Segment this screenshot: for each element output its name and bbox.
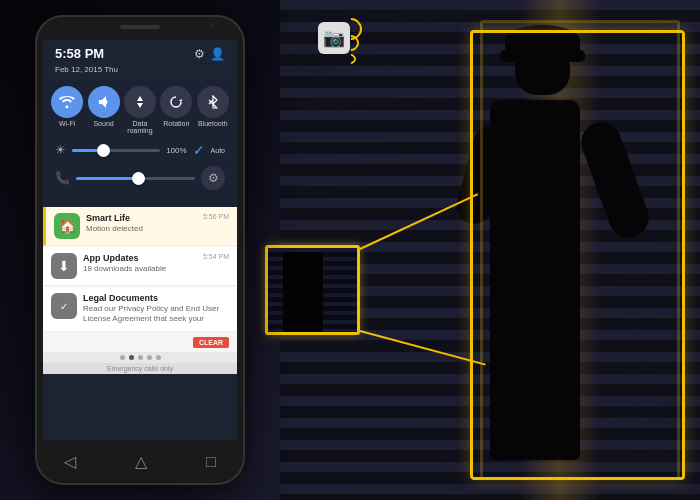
smart-life-title: Smart Life: [86, 213, 197, 223]
camera-icon-wrapper: 📷: [318, 22, 358, 62]
phone-screen: 5:58 PM ⚙ 👤 Feb 12, 2015 Thu Wi-Fi: [43, 40, 237, 440]
status-icons: ⚙ 👤: [194, 47, 225, 61]
legal-content: Legal Documents Read our Privacy Policy …: [83, 293, 229, 325]
rotation-icon: [160, 86, 192, 118]
emergency-text: Emergency calls only: [43, 363, 237, 374]
volume-slider[interactable]: [76, 177, 195, 180]
status-date: Feb 12, 2015 Thu: [43, 65, 237, 78]
dot-4: [147, 355, 152, 360]
notifications-footer: CLEAR: [43, 333, 237, 352]
auto-label: Auto: [211, 147, 225, 154]
dot-1: [120, 355, 125, 360]
bluetooth-label: Bluetooth: [198, 120, 228, 127]
phone-speaker: [120, 25, 160, 29]
volume-row: 📞 ⚙: [49, 164, 231, 192]
screen-dots: [43, 352, 237, 363]
brightness-row: ☀ 100% ✓ Auto: [49, 140, 231, 160]
data-roaming-label: Data roaming: [122, 120, 158, 134]
settings-qs-icon[interactable]: ⚙: [201, 166, 225, 190]
recent-button[interactable]: □: [206, 453, 216, 471]
notification-legal[interactable]: ✓ Legal Documents Read our Privacy Polic…: [43, 287, 237, 332]
brightness-icon: ☀: [55, 143, 66, 157]
smart-life-time: 5:56 PM: [203, 213, 229, 220]
sound-icon: [88, 86, 120, 118]
legal-message: Read our Privacy Policy and End User Lic…: [83, 304, 229, 325]
app-updates-content: App Updates 18 downloads available: [83, 253, 197, 274]
qs-rotation[interactable]: Rotation: [158, 86, 194, 134]
rotation-label: Rotation: [163, 120, 189, 127]
phone-camera-dot: [209, 23, 215, 29]
dot-2: [129, 355, 134, 360]
clear-button[interactable]: CLEAR: [193, 337, 229, 348]
status-time: 5:58 PM: [55, 46, 104, 61]
preview-figure: [283, 252, 323, 332]
camera-preview-box: [265, 245, 360, 335]
qs-row-icons: Wi-Fi Sound Data roaming: [49, 86, 231, 134]
legal-icon: ✓: [51, 293, 77, 319]
status-bar: 5:58 PM ⚙ 👤: [43, 40, 237, 65]
smart-life-content: Smart Life Motion detected: [86, 213, 197, 234]
legal-title: Legal Documents: [83, 293, 229, 303]
qs-sound[interactable]: Sound: [86, 86, 122, 134]
qs-data[interactable]: Data roaming: [122, 86, 158, 134]
bluetooth-icon: [197, 86, 229, 118]
qs-bluetooth[interactable]: Bluetooth: [195, 86, 231, 134]
quick-settings-panel: Wi-Fi Sound Data roaming: [43, 78, 237, 206]
brightness-fill: [72, 149, 98, 152]
settings-icon[interactable]: ⚙: [194, 47, 205, 61]
back-button[interactable]: ◁: [64, 452, 76, 471]
volume-fill: [76, 177, 136, 180]
app-updates-icon: ⬇: [51, 253, 77, 279]
qs-wifi[interactable]: Wi-Fi: [49, 86, 85, 134]
highlight-box: [470, 30, 685, 480]
notification-smart-life[interactable]: 🏠 Smart Life Motion detected 5:56 PM: [43, 207, 237, 246]
phone: 5:58 PM ⚙ 👤 Feb 12, 2015 Thu Wi-Fi: [35, 15, 245, 485]
home-button[interactable]: △: [135, 452, 147, 471]
wifi-icon: [51, 86, 83, 118]
app-updates-time: 5:54 PM: [203, 253, 229, 260]
notifications-panel: 🏠 Smart Life Motion detected 5:56 PM ⬇ A…: [43, 207, 237, 374]
volume-icon: 📞: [55, 171, 70, 185]
account-icon[interactable]: 👤: [210, 47, 225, 61]
wifi-signal: [346, 30, 362, 64]
smart-life-icon: 🏠: [54, 213, 80, 239]
brightness-slider[interactable]: [72, 149, 160, 152]
wifi-wave-inner: [344, 52, 358, 66]
volume-thumb: [132, 172, 145, 185]
wifi-label: Wi-Fi: [59, 120, 75, 127]
smart-life-message: Motion detected: [86, 224, 197, 234]
dot-3: [138, 355, 143, 360]
phone-navigation: ◁ △ □: [35, 446, 245, 477]
dot-5: [156, 355, 161, 360]
app-updates-title: App Updates: [83, 253, 197, 263]
brightness-value: 100%: [166, 146, 186, 155]
app-updates-message: 18 downloads available: [83, 264, 197, 274]
sound-label: Sound: [93, 120, 113, 127]
data-roaming-icon: [124, 86, 156, 118]
notification-app-updates[interactable]: ⬇ App Updates 18 downloads available 5:5…: [43, 247, 237, 286]
brightness-thumb: [97, 144, 110, 157]
